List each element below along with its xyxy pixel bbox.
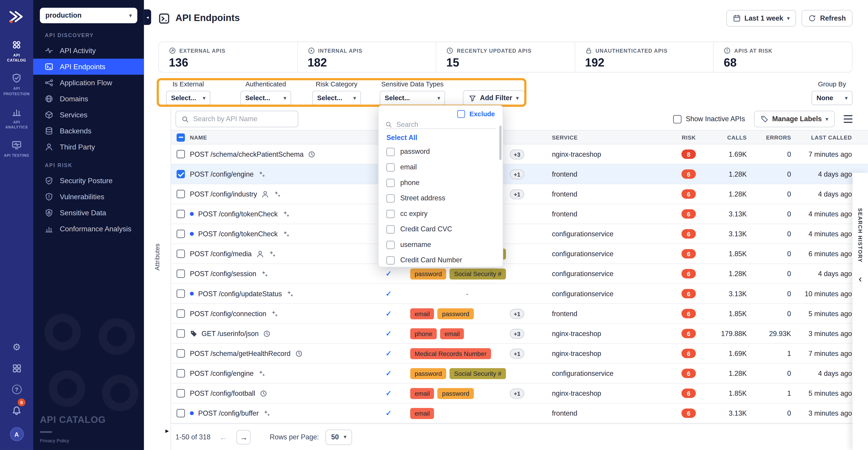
table-row[interactable]: POST /schema/getHealthRecord✓Medical Rec…	[171, 344, 868, 364]
table-row[interactable]: POST /config/football✓emailpassword+1ngi…	[171, 384, 868, 403]
table-row[interactable]: GET /userinfo/json✓phoneemail+3nginx-tra…	[171, 324, 868, 344]
column-header-risk[interactable]: RISK	[662, 134, 696, 141]
row-checkbox[interactable]	[176, 230, 185, 238]
table-row[interactable]: POST /config/engine+1frontend61.28K04 da…	[171, 164, 868, 184]
authenticated-select[interactable]: Select...▾	[240, 91, 291, 105]
option-checkbox[interactable]	[386, 147, 395, 156]
user-avatar[interactable]: A	[10, 427, 24, 441]
table-row[interactable]: POST /schema/checkPatientSchema+3nginx-t…	[171, 145, 868, 164]
apps-icon[interactable]	[12, 364, 22, 373]
privacy-policy-link[interactable]: Privacy Policy	[40, 438, 105, 443]
help-icon[interactable]: ?	[12, 385, 22, 394]
option-checkbox[interactable]	[386, 209, 395, 218]
row-checkbox[interactable]	[176, 210, 185, 218]
table-row[interactable]: POST /config/connection✓emailpassword+1f…	[171, 304, 868, 324]
sidebar-item-sensitive-data[interactable]: Sensitive Data	[33, 205, 144, 221]
row-checkbox[interactable]	[176, 349, 185, 358]
dropdown-search[interactable]	[385, 121, 496, 129]
sidebar-item-backends[interactable]: Backends	[33, 123, 144, 139]
table-row[interactable]: POST /config/tokenCheckfrontend63.13K04 …	[171, 204, 868, 224]
dropdown-option-cc-expiry[interactable]: cc expiry	[379, 206, 503, 221]
environment-select[interactable]: production ▾	[40, 8, 137, 23]
previous-page-button[interactable]: ←	[217, 432, 230, 442]
select-all-link[interactable]: Select All	[379, 129, 503, 144]
is-external-select[interactable]: Select...▾	[166, 91, 211, 105]
option-checkbox[interactable]	[386, 194, 395, 202]
dropdown-option-password[interactable]: password	[379, 144, 503, 159]
group-by-select[interactable]: None▾	[811, 91, 852, 105]
sensitive-data-types-select[interactable]: Select...▾	[380, 91, 445, 105]
row-checkbox[interactable]	[176, 389, 185, 397]
more-data-types-badge[interactable]: +3	[510, 149, 524, 159]
sidebar-item-application-flow[interactable]: Application Flow	[33, 74, 144, 91]
column-header-last-called[interactable]: LAST CALLED	[791, 134, 868, 141]
row-checkbox[interactable]	[176, 250, 185, 258]
attributes-panel-collapsed[interactable]: Attributes ▶	[144, 108, 171, 450]
rail-item-api-testing[interactable]: API TESTING	[0, 135, 33, 163]
more-data-types-badge[interactable]: +1	[510, 388, 524, 398]
sidebar-item-domains[interactable]: Domains	[33, 91, 144, 107]
manage-labels-button[interactable]: Manage Labels ▾	[754, 111, 835, 127]
risk-category-select[interactable]: Select...▾	[312, 91, 361, 105]
exclude-checkbox[interactable]	[457, 110, 465, 118]
api-name-search[interactable]	[176, 111, 298, 127]
option-checkbox[interactable]	[386, 178, 395, 187]
search-input[interactable]	[193, 115, 292, 123]
time-range-button[interactable]: Last 1 week ▾	[726, 10, 796, 26]
option-checkbox[interactable]	[386, 256, 395, 264]
show-inactive-toggle[interactable]: Show Inactive APIs	[673, 115, 745, 123]
column-header-name[interactable]: NAME	[190, 134, 376, 141]
row-checkbox[interactable]	[176, 150, 185, 158]
row-checkbox[interactable]	[176, 270, 185, 278]
table-row[interactable]: POST /config/industry+1frontend61.28K04 …	[171, 184, 868, 204]
rail-item-api-analytics[interactable]: API ANALYTICS	[0, 102, 33, 135]
dropdown-option-phone[interactable]: phone	[379, 175, 503, 190]
sidebar-item-services[interactable]: Services	[33, 107, 144, 123]
column-header-errors[interactable]: ERRORS	[747, 134, 791, 141]
table-row[interactable]: POST /config/mediapasswordSocial Securit…	[171, 244, 868, 264]
select-all-checkbox[interactable]	[176, 133, 185, 142]
refresh-button[interactable]: Refresh	[802, 10, 852, 26]
table-row[interactable]: POST /config/updateStatus✓-configuration…	[171, 284, 868, 304]
column-header-calls[interactable]: CALLS	[696, 134, 747, 141]
sidebar-item-security-posture[interactable]: Security Posture	[33, 173, 144, 189]
rows-per-page-select[interactable]: 50 ▾	[326, 429, 352, 445]
row-checkbox[interactable]	[176, 369, 185, 378]
notifications-bell-icon[interactable]: 6	[11, 406, 22, 416]
row-checkbox[interactable]	[176, 190, 185, 198]
sidebar-item-vulnerabilities[interactable]: Vulnerabilities	[33, 189, 144, 205]
more-data-types-badge[interactable]: +1	[510, 349, 524, 358]
settings-gear-icon[interactable]: ⚙	[12, 342, 21, 352]
more-data-types-badge[interactable]: +1	[510, 309, 524, 319]
table-menu-icon[interactable]	[844, 115, 852, 123]
more-data-types-badge[interactable]: +1	[510, 169, 524, 179]
sidebar-item-api-activity[interactable]: API Activity	[33, 42, 144, 59]
dropdown-scrollbar[interactable]	[499, 126, 502, 160]
next-page-button[interactable]: →	[237, 430, 251, 444]
sidebar-item-third-party[interactable]: Third Party	[33, 139, 144, 155]
column-header-service[interactable]: SERVICE	[530, 134, 663, 141]
option-checkbox[interactable]	[386, 163, 395, 172]
dropdown-option-street-address[interactable]: Street address	[379, 190, 503, 206]
add-filter-button[interactable]: Add Filter ▾	[463, 90, 525, 106]
dropdown-option-credit-card-cvc[interactable]: Credit Card CVC	[379, 221, 503, 237]
sidebar-item-api-endpoints[interactable]: API Endpoints	[33, 59, 144, 74]
table-row[interactable]: POST /config/buffer✓emailfrontend63.13K0…	[171, 403, 868, 423]
search-history-panel-collapsed[interactable]: SEARCH HISTORY	[852, 173, 868, 450]
dropdown-option-username[interactable]: username	[379, 237, 503, 252]
rail-item-api-protection[interactable]: API PROTECTION	[0, 68, 33, 102]
option-checkbox[interactable]	[386, 241, 395, 249]
show-inactive-checkbox[interactable]	[673, 115, 682, 123]
dropdown-option-credit-card-number[interactable]: Credit Card Number	[379, 252, 503, 267]
row-checkbox[interactable]	[176, 329, 185, 338]
row-checkbox[interactable]	[176, 409, 185, 417]
exclude-option[interactable]: Exclude	[379, 106, 503, 121]
dropdown-option-email[interactable]: email	[379, 159, 503, 175]
row-checkbox[interactable]	[176, 309, 185, 318]
sidebar-collapse-tab[interactable]: ◂	[144, 9, 151, 25]
more-data-types-badge[interactable]: +3	[510, 329, 524, 338]
attributes-expand-icon[interactable]: ▶	[165, 428, 169, 433]
dropdown-search-input[interactable]	[396, 121, 496, 128]
table-row[interactable]: POST /config/tokenCheckconfigurationserv…	[171, 224, 868, 244]
table-row[interactable]: POST /config/engine✓passwordSocial Secur…	[171, 364, 868, 384]
